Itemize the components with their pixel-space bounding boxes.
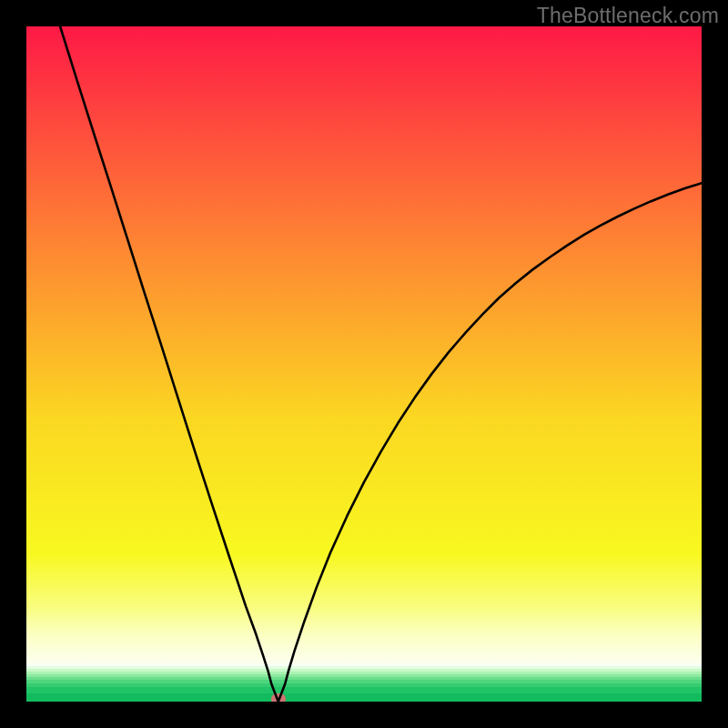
curve-path xyxy=(60,26,702,702)
plot-area xyxy=(26,26,702,702)
curve-svg xyxy=(26,26,702,702)
outer-frame: TheBottleneck.com xyxy=(0,0,728,728)
watermark-text: TheBottleneck.com xyxy=(537,4,719,28)
